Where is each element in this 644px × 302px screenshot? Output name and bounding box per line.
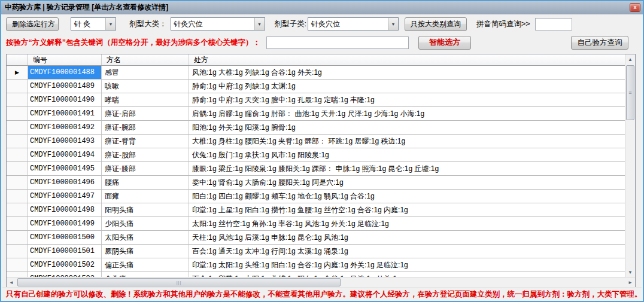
horizontal-scrollbar-track[interactable]: ||| [16,277,625,287]
delete-selected-row-button[interactable]: 删除选定行方 [6,17,59,31]
cell-id[interactable]: CMDYF1000001489 [28,80,102,93]
scroll-right-icon[interactable]: ► [625,280,635,285]
table-row[interactable]: CMDYF1000001494痹证-股部伏兔:1g 殷门:1g 承扶:1g 风市… [7,148,625,162]
cell-prescription[interactable]: 印堂:1g 太阳:1g 头维:1g 阳白:1g 合谷:1g 内庭:1g 外关:1… [189,258,625,272]
table-row[interactable]: CMDYF1000001490哮喘肺俞:1g 中府:1g 天突:1g 膻中:1g… [7,93,625,107]
cell-prescription[interactable]: 肺俞:1g 中府:1g 天突:1g 膻中:1g 孔最:1g 定喘:1g 丰隆:1… [189,93,625,106]
table-row[interactable]: CMDYF1000001497面瘫阳白:1g 四白:1g 颧髎:1g 颊车:1g… [7,190,625,203]
smart-select-button[interactable]: 智能选方 [418,36,471,50]
cell-formula-name[interactable]: 腰痛 [102,176,189,189]
cell-id[interactable]: CMDYF1000001501 [28,245,102,258]
cell-id[interactable]: CMDYF1000001502 [28,258,102,272]
row-selector[interactable] [7,272,28,277]
table-row[interactable]: CMDYF1000001498阳明头痛印堂:1g 上星:1g 阳白:1g 攒竹:… [7,203,625,217]
query-by-major-category-button[interactable]: 只按大类别查询 [405,17,467,31]
table-row[interactable]: CMDYF1000001495痹证-膝部膝眼:1g 梁丘:1g 阳陵泉:1g 膝… [7,162,625,176]
cell-id[interactable]: CMDYF1000001498 [28,203,102,216]
cell-formula-name[interactable]: 感冒 [102,66,189,79]
cell-prescription[interactable]: 膝眼:1g 梁丘:1g 阳陵泉:1g 膝阳关:1g 踝部： 申脉:1g 照海:1… [189,162,625,175]
cell-formula-name[interactable]: 痹证-腕部 [102,121,189,134]
cell-prescription[interactable]: 肺俞:1g 中府:1g 列缺:1g 太渊:1g [189,80,625,93]
table-row[interactable]: CMDYF1000001489咳嗽肺俞:1g 中府:1g 列缺:1g 太渊:1g [7,80,625,93]
table-row[interactable]: CMDYF1000001502偏正头痛印堂:1g 太阳:1g 头维:1g 阳白:… [7,258,625,272]
scroll-left-icon[interactable]: ◄ [7,280,16,285]
row-selector[interactable] [7,231,28,244]
row-selector[interactable] [7,107,28,120]
cell-formula-name[interactable]: 咳嗽 [102,80,189,93]
table-row[interactable]: CMDYF1000001503全头痛百会:1g 印堂:1g 太阳:1g 头维:1… [7,272,625,277]
row-selector[interactable]: ▶ [7,66,28,79]
vertical-scrollbar-track[interactable]: ≡ [625,64,635,267]
cell-formula-name[interactable]: 痹证-脊背 [102,135,189,148]
row-selector[interactable] [7,121,28,134]
cell-formula-name[interactable]: 痹证-股部 [102,148,189,161]
cell-formula-name[interactable]: 太阳头痛 [102,231,189,244]
cell-id[interactable]: CMDYF1000001495 [28,162,102,175]
row-selector[interactable] [7,203,28,216]
vertical-scrollbar-thumb[interactable]: ≡ [626,65,634,120]
row-selector[interactable] [7,176,28,189]
chevron-down-icon[interactable]: ▼ [388,18,398,30]
cell-formula-name[interactable]: 偏正头痛 [102,258,189,272]
table-row[interactable]: CMDYF1000001496腰痛委中:1g 肾俞:1g 大肠俞:1g 腰阳关:… [7,176,625,190]
row-selector[interactable] [7,245,28,258]
cell-id[interactable]: CMDYF1000001500 [28,231,102,244]
table-row[interactable]: ▶CMDYF1000001488感冒风池:1g 大椎:1g 列缺:1g 合谷:1… [7,66,625,80]
row-selector[interactable] [7,135,28,148]
row-selector[interactable] [7,217,28,230]
cell-id[interactable]: CMDYF1000001488 [28,66,102,79]
keyword-input[interactable] [266,36,409,49]
column-header-name[interactable]: 方名 [102,54,189,65]
cell-prescription[interactable]: 风池:1g 大椎:1g 列缺:1g 合谷:1g 外关:1g [189,66,625,79]
close-button[interactable]: x [630,3,640,12]
row-selector[interactable] [7,258,28,272]
cell-id[interactable]: CMDYF1000001503 [28,272,102,277]
scroll-up-icon[interactable]: ▲ [625,54,635,64]
cell-id[interactable]: CMDYF1000001491 [28,107,102,120]
column-header-id[interactable]: 编号 [28,54,102,65]
cell-prescription[interactable]: 委中:1g 肾俞:1g 大肠俞:1g 腰阳关:1g 阿是穴:1g [189,176,625,189]
cell-formula-name[interactable]: 哮喘 [102,93,189,106]
scroll-down-icon[interactable]: ▼ [625,267,635,277]
horizontal-scrollbar[interactable]: ◄ ||| ► [7,277,635,287]
row-selector[interactable] [7,80,28,93]
cell-prescription[interactable]: 太阳:1g 丝竹空:1g 角孙:1g 率谷:1g 风池:1g 外关:1g 足临泣… [189,217,625,230]
cell-id[interactable]: CMDYF1000001493 [28,135,102,148]
cell-id[interactable]: CMDYF1000001490 [28,93,102,106]
cell-formula-name[interactable]: 面瘫 [102,190,189,203]
cell-prescription[interactable]: 百会:1g 通天:1g 太冲:1g 行间:1g 太溪:1g 涌泉:1g [189,245,625,258]
cell-prescription[interactable]: 百会:1g 印堂:1g 太阳:1g 头维:1g 阳白:1g 合谷:1g 风池:1… [189,272,625,277]
table-row[interactable]: CMDYF1000001500太阳头痛天柱:1g 风池:1g 后溪:1g 申脉:… [7,231,625,245]
table-row[interactable]: CMDYF1000001492痹证-腕部阳池:1g 外关:1g 阳溪:1g 腕骨… [7,121,625,135]
cell-formula-name[interactable]: 痹证-膝部 [102,162,189,175]
cell-formula-name[interactable]: 厥阴头痛 [102,245,189,258]
row-selector[interactable] [7,162,28,175]
cell-id[interactable]: CMDYF1000001499 [28,217,102,230]
type-sub-combobox[interactable]: 针灸穴位 ▼ [308,17,399,30]
cell-prescription[interactable]: 大椎:1g 身柱:1g 腰阳关:1g 夹脊:1g 髀部： 环跳:1g 居髎:1g… [189,135,625,148]
cell-id[interactable]: CMDYF1000001497 [28,190,102,203]
chevron-down-icon[interactable]: ▼ [254,18,265,30]
cell-formula-name[interactable]: 阳明头痛 [102,203,189,216]
cell-id[interactable]: CMDYF1000001496 [28,176,102,189]
cell-formula-name[interactable]: 少阳头痛 [102,217,189,230]
table-row[interactable]: CMDYF1000001501厥阴头痛百会:1g 通天:1g 太冲:1g 行间:… [7,245,625,258]
row-selector[interactable] [7,190,28,203]
pinyin-code-input[interactable] [535,18,572,30]
table-row[interactable]: CMDYF1000001499少阳头痛太阳:1g 丝竹空:1g 角孙:1g 率谷… [7,217,625,231]
column-header-prescription[interactable]: 处方 [189,54,625,65]
cell-id[interactable]: CMDYF1000001494 [28,148,102,161]
cell-formula-name[interactable]: 痹证-肩部 [102,107,189,120]
cell-id[interactable]: CMDYF1000001492 [28,121,102,134]
own-formula-query-button[interactable]: 自己验方查询 [571,36,628,50]
cell-prescription[interactable]: 天柱:1g 风池:1g 后溪:1g 申脉:1g 昆仑:1g 风池:1g [189,231,625,244]
chevron-down-icon[interactable]: ▼ [105,18,116,30]
cell-prescription[interactable]: 阳白:1g 四白:1g 颧髎:1g 颊车:1g 地仓:1g 翳风:1g 合谷:1… [189,190,625,203]
cell-prescription[interactable]: 印堂:1g 上星:1g 阳白:1g 攒竹:1g 鱼腰:1g 丝竹空:1g 合谷:… [189,203,625,216]
type-major-combobox[interactable]: 针灸穴位 ▼ [171,17,265,30]
cell-prescription[interactable]: 阳池:1g 外关:1g 阳溪:1g 腕骨:1g [189,121,625,134]
cell-prescription[interactable]: 肩髃:1g 肩髎:1g 臑俞:1g 肘部： 曲池:1g 天井:1g 尺泽:1g … [189,107,625,120]
horizontal-scrollbar-thumb[interactable]: ||| [17,278,341,286]
row-selector[interactable] [7,148,28,161]
cell-prescription[interactable]: 伏兔:1g 殷门:1g 承扶:1g 风市:1g 阳陵泉:1g [189,148,625,161]
